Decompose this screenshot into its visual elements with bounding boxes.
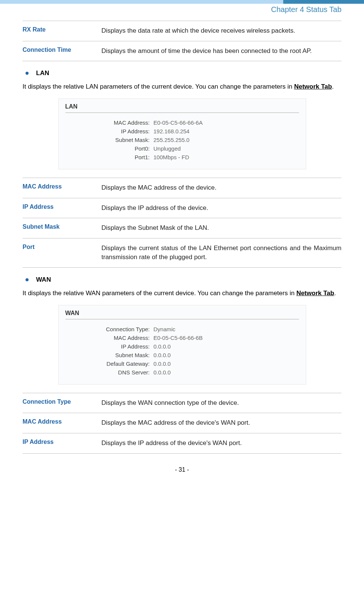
para-text: . — [332, 83, 334, 90]
def-desc: Displays the MAC address of the device's… — [101, 413, 341, 433]
def-term: MAC Address — [23, 413, 101, 433]
bullet-icon — [26, 72, 29, 75]
definition-table-top: RX Rate Displays the data rate at which … — [23, 21, 341, 61]
network-tab-link[interactable]: Network Tab — [294, 83, 332, 90]
panel-value: 0.0.0.0 — [154, 352, 171, 358]
panel-value: E0-05-C5-66-66-6B — [154, 335, 203, 341]
def-desc: Displays the amount of time the device h… — [101, 41, 341, 61]
panel-label: MAC Address: — [65, 335, 154, 341]
def-desc: Displays the WAN connection type of the … — [101, 393, 341, 413]
panel-label: Subnet Mask: — [65, 352, 154, 358]
panel-label: IP Address: — [65, 343, 154, 350]
def-term: MAC Address — [23, 178, 101, 198]
def-desc: Displays the Subnet Mask of the LAN. — [101, 218, 341, 238]
wan-paragraph: It displays the relative WAN parameters … — [23, 289, 341, 298]
panel-label: Connection Type: — [65, 326, 154, 332]
panel-value: 0.0.0.0 — [154, 343, 171, 350]
lan-panel: LAN MAC Address:E0-05-C5-66-66-6A IP Add… — [58, 98, 306, 169]
panel-value: 192.168.0.254 — [154, 128, 190, 134]
def-term: Port — [23, 238, 101, 267]
def-term: Connection Time — [23, 41, 101, 61]
panel-label: Default Gateway: — [65, 361, 154, 367]
def-term: Connection Type — [23, 393, 101, 413]
panel-row: IP Address:192.168.0.254 — [65, 127, 299, 136]
def-desc: Displays the IP address of the device's … — [101, 433, 341, 454]
panel-row: Connection Type:Dynamic — [65, 325, 299, 333]
def-desc: Displays the data rate at which the devi… — [101, 21, 341, 41]
network-tab-link[interactable]: Network Tab — [296, 290, 334, 297]
table-row: RX Rate Displays the data rate at which … — [23, 21, 341, 41]
definition-table-wan: Connection Type Displays the WAN connect… — [23, 393, 341, 454]
panel-row: Port1:100Mbps - FD — [65, 153, 299, 161]
section-heading-wan: WAN — [23, 276, 341, 284]
table-row: IP Address Displays the IP address of th… — [23, 433, 341, 454]
definition-table-lan: MAC Address Displays the MAC address of … — [23, 178, 341, 268]
panel-label: Subnet Mask: — [65, 137, 154, 143]
def-desc: Displays the current status of the LAN E… — [101, 238, 341, 267]
section-label: LAN — [36, 69, 49, 77]
panel-title: LAN — [65, 103, 299, 113]
panel-label: IP Address: — [65, 128, 154, 134]
panel-row: IP Address:0.0.0.0 — [65, 342, 299, 351]
panel-row: Subnet Mask:255.255.255.0 — [65, 136, 299, 144]
chapter-title: Chapter 4 Status Tab — [0, 5, 364, 21]
para-text: It displays the relative LAN parameters … — [23, 83, 294, 90]
table-row: Port Displays the current status of the … — [23, 238, 341, 267]
panel-value: 255.255.255.0 — [154, 137, 190, 143]
header-accent-bar — [0, 0, 364, 4]
panel-label: DNS Server: — [65, 369, 154, 376]
page-number: - 31 - — [0, 454, 364, 481]
table-row: IP Address Displays the IP address of th… — [23, 198, 341, 218]
panel-row: MAC Address:E0-05-C5-66-66-6A — [65, 118, 299, 127]
panel-row: DNS Server:0.0.0.0 — [65, 368, 299, 377]
section-label: WAN — [36, 276, 51, 284]
def-term: IP Address — [23, 433, 101, 454]
table-row: Subnet Mask Displays the Subnet Mask of … — [23, 218, 341, 238]
table-row: Connection Type Displays the WAN connect… — [23, 393, 341, 413]
panel-value: Unplugged — [154, 145, 181, 152]
bullet-icon — [26, 278, 29, 281]
panel-row: Default Gateway:0.0.0.0 — [65, 359, 299, 368]
panel-row: Port0:Unplugged — [65, 144, 299, 153]
para-text: It displays the relative WAN parameters … — [23, 290, 296, 297]
table-row: Connection Time Displays the amount of t… — [23, 41, 341, 61]
panel-label: MAC Address: — [65, 119, 154, 126]
panel-row: Subnet Mask:0.0.0.0 — [65, 351, 299, 359]
panel-row: MAC Address:E0-05-C5-66-66-6B — [65, 333, 299, 342]
table-row: MAC Address Displays the MAC address of … — [23, 178, 341, 198]
def-term: IP Address — [23, 198, 101, 218]
def-term: RX Rate — [23, 21, 101, 41]
panel-value: 0.0.0.0 — [154, 361, 171, 367]
panel-label: Port0: — [65, 145, 154, 152]
panel-label: Port1: — [65, 154, 154, 160]
panel-value: 0.0.0.0 — [154, 369, 171, 376]
lan-paragraph: It displays the relative LAN parameters … — [23, 82, 341, 92]
table-row: MAC Address Displays the MAC address of … — [23, 413, 341, 433]
section-heading-lan: LAN — [23, 69, 341, 77]
def-term: Subnet Mask — [23, 218, 101, 238]
panel-title: WAN — [65, 310, 299, 320]
para-text: . — [334, 290, 336, 297]
panel-value: Dynamic — [154, 326, 175, 332]
def-desc: Displays the MAC address of the device. — [101, 178, 341, 198]
def-desc: Displays the IP address of the device. — [101, 198, 341, 218]
wan-panel: WAN Connection Type:Dynamic MAC Address:… — [58, 305, 306, 385]
panel-value: E0-05-C5-66-66-6A — [154, 119, 203, 126]
panel-value: 100Mbps - FD — [154, 154, 189, 160]
